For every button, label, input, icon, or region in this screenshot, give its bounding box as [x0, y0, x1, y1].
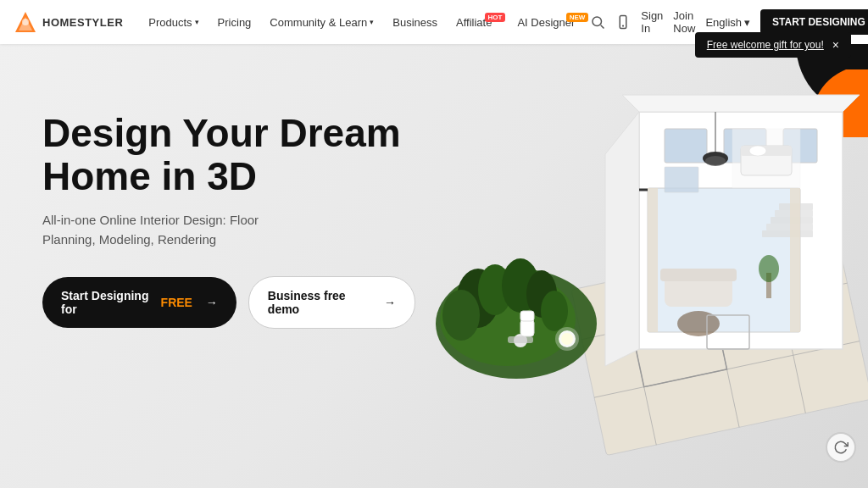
svg-point-58 [703, 152, 728, 165]
svg-rect-36 [665, 273, 732, 307]
search-icon [590, 14, 605, 30]
language-selector[interactable]: English ▾ [705, 16, 750, 29]
logo[interactable]: HOMESTYLER [14, 10, 123, 34]
svg-rect-42 [766, 224, 813, 230]
corner-orange-decoration [809, 69, 868, 137]
svg-rect-44 [775, 210, 813, 217]
sign-in-button[interactable]: Sign In [641, 9, 663, 35]
svg-point-40 [759, 255, 779, 282]
svg-rect-45 [779, 203, 813, 210]
svg-rect-35 [648, 188, 800, 332]
new-badge: NEW [566, 13, 589, 22]
svg-marker-30 [605, 112, 639, 366]
svg-point-8 [813, 69, 868, 137]
svg-point-59 [705, 156, 726, 166]
svg-rect-37 [660, 269, 737, 281]
nav-community[interactable]: Community & Learn ▾ [261, 11, 382, 34]
svg-rect-47 [648, 188, 658, 332]
business-demo-button[interactable]: Business free demo → [248, 276, 415, 329]
svg-rect-29 [639, 112, 843, 349]
hero-title: Design Your Dream Home in 3D [42, 112, 415, 197]
logo-icon [14, 10, 37, 34]
svg-rect-26 [508, 336, 533, 343]
svg-rect-49 [732, 129, 800, 188]
start-designing-nav-button[interactable]: START DESIGNING → [760, 9, 868, 35]
svg-rect-53 [707, 315, 749, 349]
notification-close[interactable]: × [832, 39, 839, 51]
svg-point-23 [442, 290, 480, 341]
nav-business[interactable]: Business [384, 11, 446, 34]
nav-links: Products ▾ Pricing Community & Learn ▾ B… [140, 11, 590, 34]
svg-rect-50 [741, 146, 792, 175]
svg-point-22 [526, 270, 557, 318]
svg-point-38 [677, 311, 720, 336]
nav-pricing[interactable]: Pricing [209, 11, 260, 34]
hero-content: Design Your Dream Home in 3D All-in-one … [42, 112, 415, 329]
hero-subtitle: All-in-one Online Interior Design: Floor… [42, 211, 314, 249]
svg-rect-32 [665, 129, 707, 163]
svg-point-55 [555, 327, 579, 351]
svg-point-19 [457, 269, 499, 328]
svg-rect-9 [571, 233, 868, 455]
svg-rect-28 [520, 311, 534, 321]
search-button[interactable] [590, 14, 605, 30]
svg-rect-33 [724, 129, 766, 163]
svg-point-54 [559, 330, 576, 347]
svg-line-10 [621, 280, 657, 446]
refresh-icon [833, 440, 849, 455]
chevron-icon: ▾ [370, 18, 374, 26]
svg-point-17 [436, 269, 597, 379]
svg-point-25 [514, 334, 527, 347]
nav-affiliate[interactable]: Affiliate HOT [448, 11, 507, 34]
svg-rect-48 [790, 188, 800, 332]
svg-rect-15 [632, 311, 726, 386]
chevron-icon: ▾ [195, 18, 199, 26]
nav-right: Sign In Join Now English ▾ START DESIGNI… [590, 9, 868, 35]
svg-point-21 [502, 258, 539, 313]
scroll-indicator[interactable] [826, 432, 856, 463]
notification-text: Free welcome gift for you! [707, 39, 824, 51]
notification-banner: Free welcome gift for you! × [695, 32, 851, 58]
svg-line-11 [704, 262, 740, 428]
start-designing-button[interactable]: Start Designing for FREE → [42, 277, 236, 328]
mobile-icon [615, 14, 631, 30]
svg-point-18 [440, 273, 576, 366]
logo-text: HOMESTYLER [42, 16, 123, 29]
hero-buttons: Start Designing for FREE → Business free… [42, 276, 415, 329]
nav-ai-designer[interactable]: AI Designer NEW [509, 11, 590, 34]
svg-point-3 [593, 17, 602, 26]
svg-line-4 [601, 25, 604, 29]
hero-section: Design Your Dream Home in 3D All-in-one … [0, 44, 868, 488]
svg-point-56 [561, 333, 573, 345]
svg-rect-16 [704, 247, 782, 311]
svg-line-12 [771, 247, 806, 413]
svg-point-2 [22, 19, 29, 25]
mobile-button[interactable] [615, 14, 631, 30]
nav-products[interactable]: Products ▾ [140, 11, 207, 34]
svg-rect-39 [766, 273, 771, 298]
svg-point-24 [541, 291, 568, 331]
svg-line-13 [581, 283, 847, 340]
svg-rect-43 [771, 217, 813, 224]
svg-rect-51 [741, 146, 792, 156]
join-now-button[interactable]: Join Now [673, 9, 695, 35]
svg-rect-41 [762, 230, 813, 237]
svg-point-20 [478, 264, 512, 315]
hot-badge: HOT [485, 13, 506, 22]
svg-point-52 [749, 146, 766, 156]
svg-rect-46 [665, 167, 698, 192]
svg-line-14 [594, 341, 860, 398]
svg-rect-27 [520, 319, 534, 336]
